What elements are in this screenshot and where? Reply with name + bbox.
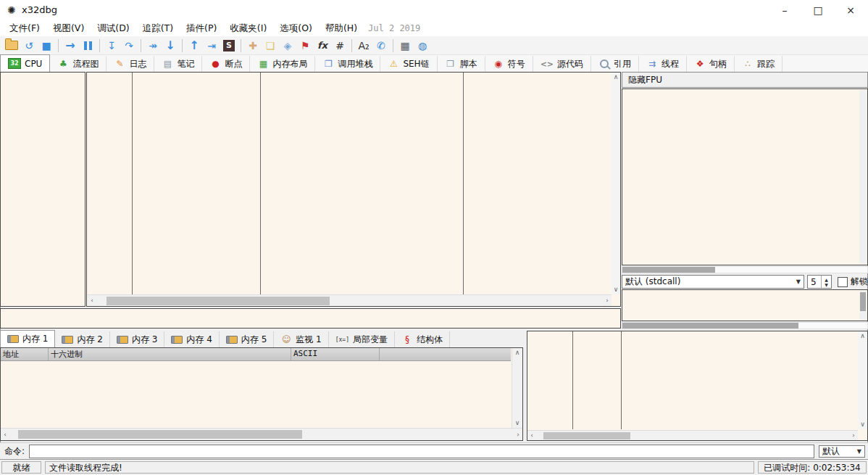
- scylla-button[interactable]: S: [221, 38, 237, 54]
- registers-pane[interactable]: [622, 88, 868, 265]
- scroll-left-icon[interactable]: ‹: [88, 297, 96, 304]
- disassembly-vertical-scrollbar[interactable]: ∧∨: [612, 73, 620, 294]
- menu-help[interactable]: 帮助(H): [319, 20, 364, 36]
- registers-horizontal-scrollbar[interactable]: [622, 266, 868, 273]
- scroll-up-icon[interactable]: ∧: [859, 333, 867, 339]
- arguments-pane[interactable]: [622, 289, 868, 321]
- menu-trace[interactable]: 追踪(T): [136, 20, 180, 36]
- hash-button[interactable]: #: [332, 38, 348, 54]
- arguments-horizontal-scrollbar[interactable]: [622, 322, 868, 329]
- tab-symbols[interactable]: ◉符号: [485, 56, 533, 72]
- tab-locals[interactable]: [x=]局部变量: [329, 331, 395, 347]
- tab-notes[interactable]: ▤笔记: [154, 56, 202, 72]
- tab-cpu[interactable]: 32CPU: [0, 54, 50, 72]
- step-out-button[interactable]: ↑: [186, 38, 202, 54]
- step-over-button[interactable]: ↷: [121, 38, 137, 54]
- disassembly-pane[interactable]: [0, 72, 621, 307]
- tab-source[interactable]: <>源代码: [533, 56, 591, 72]
- tab-breakpoints[interactable]: ●断点: [202, 56, 250, 72]
- help-button[interactable]: ◍: [414, 38, 430, 54]
- dump-vertical-scrollbar[interactable]: ∧∨: [512, 348, 522, 428]
- memory-dump-table[interactable]: 地址 十六进制 ASCII ∧∨ ‹›: [0, 347, 523, 441]
- scroll-left-icon[interactable]: ‹: [1, 431, 9, 438]
- scroll-left-icon[interactable]: ‹: [527, 432, 536, 439]
- info-box[interactable]: [0, 308, 621, 329]
- unlock-checkbox[interactable]: [838, 277, 848, 287]
- stepper-arrows-icon[interactable]: ▲▼: [821, 276, 831, 288]
- tab-log[interactable]: ✎日志: [107, 56, 154, 72]
- column-header-address[interactable]: 地址: [1, 348, 49, 360]
- tab-dump-2[interactable]: 内存 2: [55, 331, 109, 347]
- registers-vertical-scrollbar[interactable]: [859, 90, 867, 264]
- minimize-button[interactable]: –: [772, 0, 797, 20]
- tab-dump-4[interactable]: 内存 4: [164, 331, 219, 347]
- run-to-user-code-button[interactable]: ⇥: [204, 38, 220, 54]
- tab-handles[interactable]: ❖句柄: [687, 56, 735, 72]
- functions-button[interactable]: fx: [314, 38, 330, 54]
- appearance-button[interactable]: A₂: [356, 38, 372, 54]
- scroll-down-icon[interactable]: ∨: [612, 286, 620, 293]
- scrollbar-thumb[interactable]: [622, 323, 798, 329]
- attach-button[interactable]: ✆: [373, 38, 389, 54]
- tab-watch-1[interactable]: ☺监视 1: [274, 331, 328, 347]
- step-into-button[interactable]: ↧: [104, 38, 120, 54]
- column-header-blank[interactable]: [380, 348, 511, 360]
- tab-dump-1[interactable]: 内存 1: [0, 330, 55, 347]
- open-file-button[interactable]: [4, 38, 20, 54]
- stack-pane[interactable]: [527, 331, 868, 441]
- column-header-ascii[interactable]: ASCII: [291, 348, 380, 360]
- calling-convention-dropdown[interactable]: 默认 (stdcall)▼: [622, 275, 804, 289]
- close-button[interactable]: ×: [838, 0, 863, 20]
- calculator-button[interactable]: ▦: [397, 38, 413, 54]
- tab-threads[interactable]: ⇉线程: [639, 56, 687, 72]
- tab-struct[interactable]: §结构体: [395, 331, 450, 347]
- pause-button[interactable]: [80, 38, 96, 54]
- comments-button[interactable]: ❏: [262, 38, 278, 54]
- tab-dump-3[interactable]: 内存 3: [110, 331, 164, 347]
- labels-button[interactable]: ◈: [280, 38, 296, 54]
- tab-memory-map[interactable]: ▦内存布局: [250, 56, 315, 72]
- restart-button[interactable]: ↺: [21, 38, 37, 54]
- scroll-right-icon[interactable]: ›: [514, 431, 522, 438]
- tab-dump-5[interactable]: 内存 5: [220, 331, 274, 347]
- scrollbar-thumb[interactable]: [18, 430, 302, 439]
- close-debuggee-button[interactable]: ■: [38, 38, 54, 54]
- menu-debug[interactable]: 调试(D): [91, 20, 135, 36]
- dump-horizontal-scrollbar[interactable]: ‹›: [1, 428, 522, 440]
- execute-till-return-button[interactable]: ↓: [162, 38, 178, 54]
- maximize-button[interactable]: □: [806, 0, 830, 20]
- scroll-up-icon[interactable]: ∧: [612, 74, 620, 80]
- argument-count-stepper[interactable]: 5▲▼: [807, 275, 832, 289]
- scroll-right-icon[interactable]: ›: [603, 297, 612, 304]
- scrollbar-thumb[interactable]: [543, 432, 630, 439]
- scrollbar-thumb[interactable]: [622, 267, 715, 273]
- tab-graph[interactable]: ♣流程图: [50, 56, 107, 72]
- scroll-down-icon[interactable]: ∨: [859, 421, 867, 428]
- tab-references[interactable]: 引用: [591, 56, 639, 72]
- disassembly-horizontal-scrollbar[interactable]: ‹›: [88, 294, 612, 306]
- scrollbar-thumb[interactable]: [107, 297, 330, 305]
- stack-vertical-scrollbar[interactable]: ∧∨: [858, 331, 867, 429]
- menu-options[interactable]: 选项(O): [273, 20, 319, 36]
- menu-view[interactable]: 视图(V): [46, 20, 91, 36]
- patch-button[interactable]: ✚: [245, 38, 261, 54]
- bookmarks-button[interactable]: ⚑: [297, 38, 313, 54]
- stack-horizontal-scrollbar[interactable]: ‹›: [527, 430, 858, 440]
- tab-call-stack[interactable]: ❐调用堆栈: [315, 56, 380, 72]
- menu-plugins[interactable]: 插件(P): [180, 20, 223, 36]
- animate-into-button[interactable]: ↠: [145, 38, 161, 54]
- tab-seh[interactable]: ⚠SEH链: [380, 56, 437, 72]
- run-button[interactable]: →: [62, 38, 78, 54]
- command-input[interactable]: [29, 445, 814, 458]
- hide-fpu-button[interactable]: 隐藏FPU: [622, 72, 868, 88]
- menu-file[interactable]: 文件(F): [3, 20, 46, 36]
- arguments-vertical-scrollbar[interactable]: [859, 291, 867, 320]
- scroll-right-icon[interactable]: ›: [849, 432, 858, 439]
- scroll-up-icon[interactable]: ∧: [513, 350, 522, 356]
- tab-script[interactable]: ❒脚本: [438, 56, 485, 72]
- tab-trace[interactable]: ∴跟踪: [735, 56, 783, 72]
- scrollbar-thumb[interactable]: [860, 292, 866, 311]
- column-header-hex[interactable]: 十六进制: [49, 348, 291, 360]
- scroll-down-icon[interactable]: ∨: [513, 420, 522, 426]
- menu-favourites[interactable]: 收藏夹(I): [223, 20, 273, 36]
